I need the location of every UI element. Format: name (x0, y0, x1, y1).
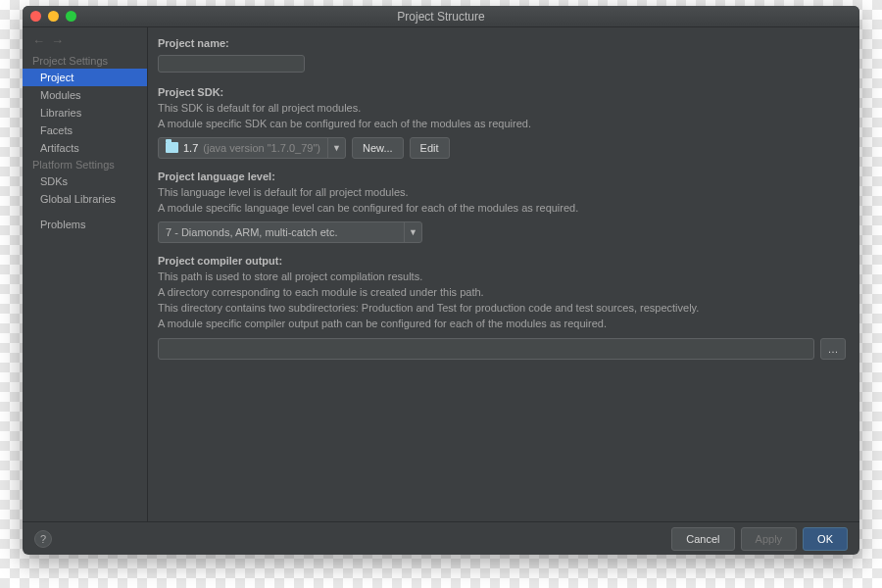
sidebar-item-facets[interactable]: Facets (23, 122, 147, 139)
dialog-footer: ? Cancel Apply OK (23, 521, 859, 555)
maximize-icon[interactable] (66, 11, 76, 22)
compiler-output-desc3: This directory contains two subdirectori… (158, 301, 846, 317)
minimize-icon[interactable] (48, 11, 59, 22)
chevron-down-icon[interactable]: ▼ (404, 222, 421, 242)
compiler-output-desc2: A directory corresponding to each module… (158, 285, 846, 301)
project-name-section: Project name: (158, 37, 846, 74)
close-icon[interactable] (30, 11, 41, 22)
chevron-down-icon[interactable]: ▼ (327, 138, 345, 158)
sidebar-item-global-libraries[interactable]: Global Libraries (23, 190, 147, 208)
sdk-selected-name: 1.7 (183, 142, 198, 154)
project-sdk-combo[interactable]: 1.7 (java version "1.7.0_79") ▼ (158, 137, 346, 159)
forward-icon[interactable]: → (51, 34, 64, 47)
dialog-project-structure: Project Structure ← → Project Settings P… (23, 6, 859, 555)
sdk-selected-version: (java version "1.7.0_79") (203, 142, 320, 154)
sidebar-heading-platform: Platform Settings (23, 157, 147, 172)
window-controls (30, 11, 76, 22)
sidebar-heading-project: Project Settings (23, 53, 147, 69)
project-sdk-section: Project SDK: This SDK is default for all… (158, 86, 846, 159)
sidebar-item-sdks[interactable]: SDKs (23, 172, 147, 190)
sidebar-toolbar: ← → (23, 31, 147, 53)
sidebar: ← → Project Settings Project Modules Lib… (23, 27, 148, 521)
project-name-label: Project name: (158, 37, 846, 49)
edit-sdk-button[interactable]: Edit (410, 137, 450, 159)
apply-button[interactable]: Apply (741, 527, 798, 551)
browse-output-button[interactable]: … (820, 338, 846, 360)
language-level-selected: 7 - Diamonds, ARM, multi-catch etc. (166, 226, 337, 238)
language-level-combo[interactable]: 7 - Diamonds, ARM, multi-catch etc. ▼ (158, 221, 422, 243)
sidebar-item-project[interactable]: Project (23, 69, 147, 86)
compiler-output-desc1: This path is used to store all project c… (158, 270, 846, 285)
language-level-desc2: A module specific language level can be … (158, 201, 846, 217)
language-level-section: Project language level: This language le… (158, 171, 846, 243)
compiler-output-input[interactable] (158, 338, 814, 360)
project-sdk-desc2: A module specific SDK can be configured … (158, 117, 846, 132)
sidebar-item-artifacts[interactable]: Artifacts (23, 139, 147, 157)
compiler-output-desc4: A module specific compiler output path c… (158, 317, 846, 332)
sidebar-item-libraries[interactable]: Libraries (23, 104, 147, 122)
cancel-button[interactable]: Cancel (671, 527, 734, 551)
language-level-label: Project language level: (158, 171, 846, 182)
sidebar-item-problems[interactable]: Problems (23, 216, 147, 233)
titlebar: Project Structure (23, 6, 859, 27)
project-sdk-desc1: This SDK is default for all project modu… (158, 101, 846, 117)
back-icon[interactable]: ← (32, 34, 45, 47)
new-sdk-button[interactable]: New... (352, 137, 404, 159)
compiler-output-section: Project compiler output: This path is us… (158, 255, 846, 360)
project-sdk-label: Project SDK: (158, 86, 846, 98)
compiler-output-label: Project compiler output: (158, 255, 846, 267)
ok-button[interactable]: OK (803, 527, 848, 551)
language-level-desc1: This language level is default for all p… (158, 185, 846, 201)
window-title: Project Structure (23, 10, 859, 24)
sidebar-item-modules[interactable]: Modules (23, 86, 147, 104)
main-panel: Project name: Project SDK: This SDK is d… (148, 27, 859, 521)
help-button[interactable]: ? (34, 530, 52, 548)
sdk-folder-icon (166, 142, 178, 153)
project-name-input[interactable] (158, 55, 305, 73)
